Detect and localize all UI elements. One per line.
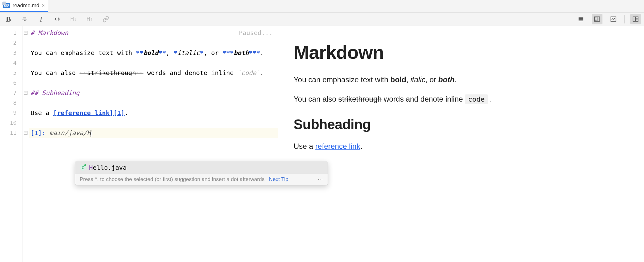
line-number: 3	[0, 48, 22, 58]
completion-rest: ello.java	[93, 164, 126, 171]
code-line[interactable]	[29, 118, 278, 128]
editor-pane[interactable]: 1 2 3 4 5 6 7 8 9 10 11 Paused... # Mark…	[0, 26, 278, 262]
completion-item[interactable]: C Hello.java	[75, 161, 328, 174]
code-area[interactable]: Paused... # Markdown You can emphasize t…	[29, 26, 278, 262]
paused-indicator: Paused...	[239, 29, 273, 37]
text-caret	[91, 130, 91, 137]
line-number: 10	[0, 118, 22, 128]
fold-marker-icon[interactable]	[22, 88, 29, 98]
tab-bar: MD readme.md ×	[0, 0, 644, 13]
preview-h2: Subheading	[294, 117, 628, 132]
file-tab[interactable]: MD readme.md ×	[0, 0, 48, 12]
completion-tip-text: Press ^. to choose the selected (or firs…	[80, 176, 265, 183]
scroll-sync-button[interactable]	[630, 14, 641, 24]
preview-paragraph: You can emphasize text with bold, italic…	[294, 74, 628, 85]
line-number: 2	[0, 38, 22, 48]
code-line[interactable]: You can emphasize text with **bold**, *i…	[29, 48, 278, 58]
preview-h1: Markdown	[294, 42, 628, 63]
completion-popup: C Hello.java Press ^. to choose the sele…	[75, 161, 328, 185]
line-number: 4	[0, 58, 22, 68]
main-split: 1 2 3 4 5 6 7 8 9 10 11 Paused... # Mark…	[0, 26, 644, 262]
code-line[interactable]: You can also ~~strikethrough~~ words and…	[29, 68, 278, 78]
line-number: 5	[0, 68, 22, 78]
line-number: 7	[0, 88, 22, 98]
editor-toolbar: B I H↓ H↑	[0, 13, 644, 26]
next-tip-link[interactable]: Next Tip	[269, 176, 288, 183]
code-line[interactable]	[29, 98, 278, 108]
code-line[interactable]	[29, 38, 278, 48]
line-number: 9	[0, 108, 22, 118]
fold-end-marker-icon[interactable]	[22, 128, 29, 138]
fold-strip	[22, 26, 29, 262]
fold-marker-icon[interactable]	[22, 28, 29, 38]
preview-only-view-button[interactable]	[608, 14, 619, 24]
code-line[interactable]: Use a [reference link][1].	[29, 108, 278, 118]
completion-tip-bar: Press ^. to choose the selected (or firs…	[75, 174, 328, 185]
toolbar-separator	[624, 15, 625, 23]
italic-button[interactable]: I	[36, 14, 46, 24]
code-line[interactable]	[29, 78, 278, 88]
completion-more-icon[interactable]: ⋮	[317, 177, 323, 182]
preview-pane: Markdown You can emphasize text with bol…	[278, 26, 644, 262]
markdown-file-icon: MD	[3, 3, 10, 8]
line-gutter: 1 2 3 4 5 6 7 8 9 10 11	[0, 26, 22, 262]
preview-paragraph: You can also strikethrough words and den…	[294, 94, 628, 104]
code-line[interactable]: ## Subheading	[29, 88, 278, 98]
editor-only-view-button[interactable]	[576, 14, 586, 24]
code-button[interactable]	[52, 14, 62, 24]
class-file-icon: C	[80, 164, 86, 171]
completion-match: H	[89, 164, 93, 171]
line-number: 11	[0, 128, 22, 138]
line-number: 8	[0, 98, 22, 108]
line-number: 6	[0, 78, 22, 88]
bold-button[interactable]: B	[3, 14, 14, 24]
file-tab-label: readme.md	[12, 3, 39, 9]
code-line-current[interactable]: [1]: main/java/H	[29, 128, 278, 138]
close-tab-icon[interactable]: ×	[42, 3, 45, 8]
preview-paragraph: Use a reference link.	[294, 141, 628, 152]
header-up-button[interactable]: H↑	[84, 14, 95, 24]
preview-reference-link[interactable]: reference link	[315, 142, 360, 150]
code-line[interactable]	[29, 58, 278, 68]
header-down-button[interactable]: H↓	[68, 14, 79, 24]
link-button[interactable]	[101, 14, 111, 24]
split-view-button[interactable]	[592, 14, 602, 24]
line-number: 1	[0, 28, 22, 38]
strikethrough-button[interactable]	[19, 14, 30, 24]
